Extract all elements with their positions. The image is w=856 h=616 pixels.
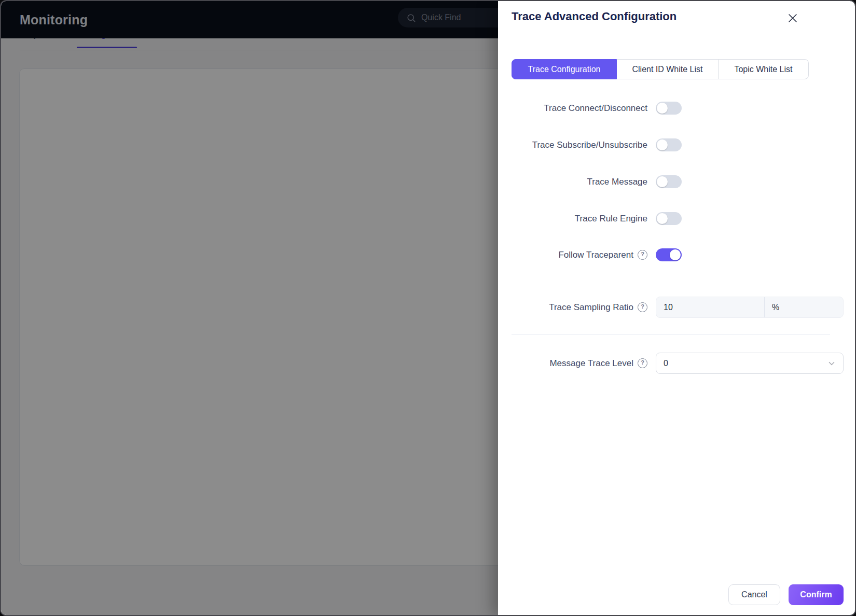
follow-traceparent-toggle[interactable] [656, 248, 682, 261]
toggle-knob [670, 249, 681, 260]
trace-sampling-ratio-group: 10 % [656, 297, 844, 318]
row-message-trace-level: Message Trace Level ? 0 [512, 353, 830, 374]
drawer-tab-group: Trace Configuration Client ID White List… [512, 59, 809, 79]
tab-topic-white-list[interactable]: Topic White List [719, 59, 809, 79]
help-icon[interactable]: ? [638, 358, 647, 368]
trace-sampling-ratio-input[interactable]: 10 [656, 297, 764, 317]
tab-client-id-white-list[interactable]: Client ID White List [617, 59, 719, 79]
row-trace-connect-disconnect: Trace Connect/Disconnect [512, 102, 830, 115]
message-trace-level-select[interactable]: 0 [656, 353, 844, 374]
screenshot-stage: System Integration Monitoring Quick Find… [0, 0, 856, 616]
section-divider [512, 334, 830, 335]
trace-subscribe-unsubscribe-toggle[interactable] [656, 138, 682, 151]
chevron-down-icon [827, 359, 836, 368]
drawer-footer: Cancel Confirm [728, 584, 844, 605]
close-icon[interactable] [786, 12, 799, 24]
trace-message-toggle[interactable] [656, 175, 682, 188]
toggle-knob [657, 213, 668, 224]
row-trace-rule-engine: Trace Rule Engine [512, 212, 830, 225]
tab-trace-configuration[interactable]: Trace Configuration [512, 59, 617, 79]
trace-connect-disconnect-toggle[interactable] [656, 102, 682, 115]
help-icon[interactable]: ? [638, 250, 647, 260]
row-trace-sampling-ratio: Trace Sampling Ratio ? 10 % [512, 297, 830, 318]
trace-advanced-configuration-drawer: Trace Advanced Configuration Trace Confi… [498, 1, 856, 616]
toggle-knob [657, 176, 668, 187]
cancel-button[interactable]: Cancel [728, 584, 780, 605]
message-trace-level-value: 0 [664, 359, 668, 368]
drawer-title: Trace Advanced Configuration [512, 10, 676, 23]
row-trace-subscribe-unsubscribe: Trace Subscribe/Unsubscribe [512, 138, 830, 151]
toggle-knob [657, 139, 668, 150]
trace-rule-engine-toggle[interactable] [656, 212, 682, 225]
percent-unit-label: % [765, 297, 843, 317]
help-icon[interactable]: ? [638, 302, 647, 312]
row-trace-message: Trace Message [512, 175, 830, 188]
confirm-button[interactable]: Confirm [789, 584, 844, 605]
row-follow-traceparent: Follow Traceparent ? [512, 248, 830, 261]
window-frame: System Integration Monitoring Quick Find… [0, 0, 856, 616]
toggle-knob [657, 103, 668, 114]
